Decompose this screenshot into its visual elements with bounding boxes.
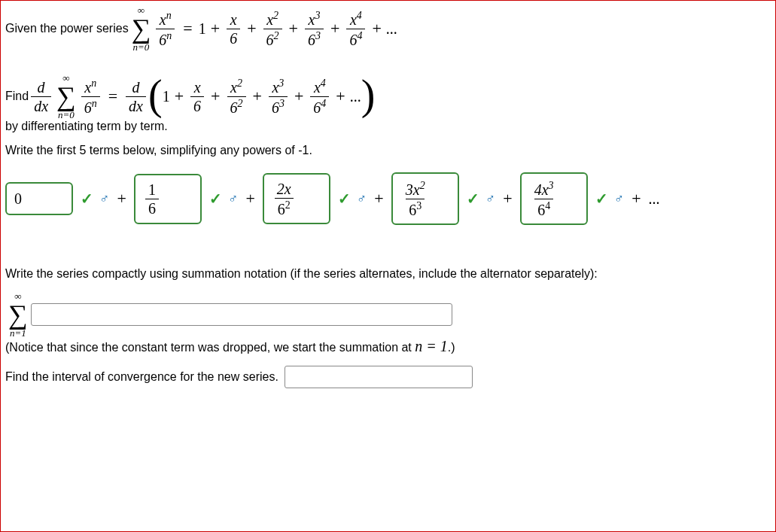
answer-box-1[interactable]: 0 — [5, 182, 73, 215]
sum-symbol-2: ∞ ∑ n=0 — [56, 73, 76, 120]
diff-instruction: by differentiating term by term. — [5, 120, 771, 133]
link-icon[interactable]: ♂ — [614, 191, 625, 207]
answer-box-5[interactable]: 4x364 — [520, 172, 588, 225]
write-terms-instruction: Write the first 5 terms below, simplifyi… — [5, 144, 771, 157]
answer-terms-row: 0 ✓ ♂ + 16 ✓ ♂ + 2x62 ✓ ♂ + 3x263 ✓ ♂ + … — [5, 172, 771, 225]
term-4: x464 — [346, 10, 365, 47]
interval-input[interactable] — [285, 366, 473, 388]
link-icon[interactable]: ♂ — [228, 191, 239, 207]
notice-line: (Notice that since the constant term was… — [5, 338, 771, 355]
series-fraction: xn 6n — [156, 10, 175, 47]
d-dx-2: ddx — [126, 79, 146, 114]
answer-box-4[interactable]: 3x263 — [391, 172, 459, 225]
summation-input[interactable] — [31, 303, 452, 326]
find-derivative-line: Find ddx ∞ ∑ n=0 xn 6n = ddx ( 1 + x6 + … — [5, 73, 771, 120]
series-fraction-2: xn 6n — [81, 78, 100, 115]
link-icon[interactable]: ♂ — [357, 191, 367, 207]
compact-summation-row: ∞ ∑ n=1 — [5, 291, 771, 338]
interval-row: Find the interval of convergence for the… — [5, 366, 771, 388]
check-icon: ✓ — [209, 190, 222, 208]
term-1: x6 — [227, 11, 240, 47]
check-icon: ✓ — [81, 190, 93, 208]
sum-symbol-compact: ∞ ∑ n=1 — [8, 291, 28, 338]
check-icon: ✓ — [338, 190, 351, 208]
given-label: Given the power series — [5, 22, 129, 35]
find-label: Find — [5, 90, 29, 103]
d-dx-1: ddx — [31, 79, 51, 114]
lead-one: 1 — [199, 20, 206, 38]
equals-sign: = — [183, 19, 192, 38]
link-icon[interactable]: ♂ — [99, 191, 110, 207]
term-3: x363 — [305, 10, 324, 47]
check-icon: ✓ — [467, 190, 479, 208]
compact-instruction: Write the series compactly using summati… — [5, 267, 771, 281]
link-icon[interactable]: ♂ — [485, 191, 496, 207]
given-series-line: Given the power series ∞ ∑ n=0 xn 6n = 1… — [5, 5, 771, 52]
answer-box-2[interactable]: 16 — [134, 174, 202, 224]
ellipsis: ... — [386, 20, 397, 38]
sum-symbol: ∞ ∑ n=0 — [132, 5, 151, 52]
answer-box-3[interactable]: 2x62 — [263, 173, 330, 225]
interval-label: Find the interval of convergence for the… — [5, 370, 278, 384]
check-icon: ✓ — [595, 190, 608, 208]
term-2: x262 — [263, 10, 282, 47]
